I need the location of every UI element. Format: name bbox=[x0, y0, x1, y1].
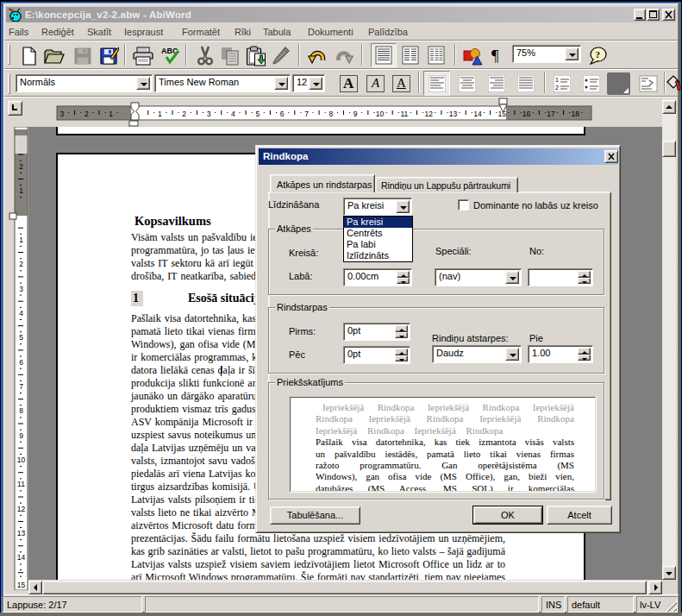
svg-text:4: 4 bbox=[19, 309, 23, 317]
svg-text:18: 18 bbox=[572, 110, 580, 118]
svg-text:12: 12 bbox=[17, 505, 26, 513]
svg-text:2: 2 bbox=[555, 85, 559, 91]
svg-text:15: 15 bbox=[17, 581, 26, 589]
svg-text:11: 11 bbox=[400, 110, 408, 118]
svg-text:1: 1 bbox=[19, 186, 23, 195]
svg-text:2: 2 bbox=[19, 260, 23, 268]
svg-text:14: 14 bbox=[473, 110, 482, 118]
svg-text:7: 7 bbox=[19, 382, 23, 391]
svg-text:10: 10 bbox=[17, 456, 26, 464]
svg-text:3: 3 bbox=[60, 110, 65, 118]
svg-text:9: 9 bbox=[354, 110, 358, 118]
svg-text:1: 1 bbox=[555, 77, 559, 83]
svg-text:5: 5 bbox=[255, 110, 260, 118]
svg-text:3: 3 bbox=[19, 285, 23, 293]
svg-text:16: 16 bbox=[522, 110, 531, 118]
svg-text:6: 6 bbox=[280, 110, 285, 118]
svg-text:1: 1 bbox=[158, 110, 162, 118]
svg-text:8: 8 bbox=[328, 110, 333, 118]
svg-text:13: 13 bbox=[449, 110, 458, 118]
svg-text:17: 17 bbox=[547, 110, 555, 118]
svg-text:13: 13 bbox=[17, 529, 26, 537]
svg-text:2: 2 bbox=[19, 162, 23, 171]
svg-text:14: 14 bbox=[17, 553, 26, 562]
svg-text:2: 2 bbox=[84, 110, 89, 118]
svg-text:?: ? bbox=[595, 49, 600, 60]
svg-text:5: 5 bbox=[19, 333, 23, 342]
svg-text:1: 1 bbox=[109, 110, 113, 118]
svg-text:7: 7 bbox=[304, 110, 309, 118]
svg-text:11: 11 bbox=[17, 480, 25, 488]
svg-text:2: 2 bbox=[182, 110, 186, 118]
svg-text:10: 10 bbox=[376, 110, 385, 118]
svg-text:9: 9 bbox=[19, 431, 23, 440]
svg-text:1: 1 bbox=[19, 236, 23, 244]
svg-text:6: 6 bbox=[19, 358, 23, 367]
svg-text:12: 12 bbox=[424, 110, 433, 118]
svg-text:3: 3 bbox=[207, 110, 211, 118]
svg-text:¶: ¶ bbox=[491, 47, 499, 65]
svg-text:4: 4 bbox=[231, 110, 235, 118]
svg-text:8: 8 bbox=[19, 406, 23, 415]
